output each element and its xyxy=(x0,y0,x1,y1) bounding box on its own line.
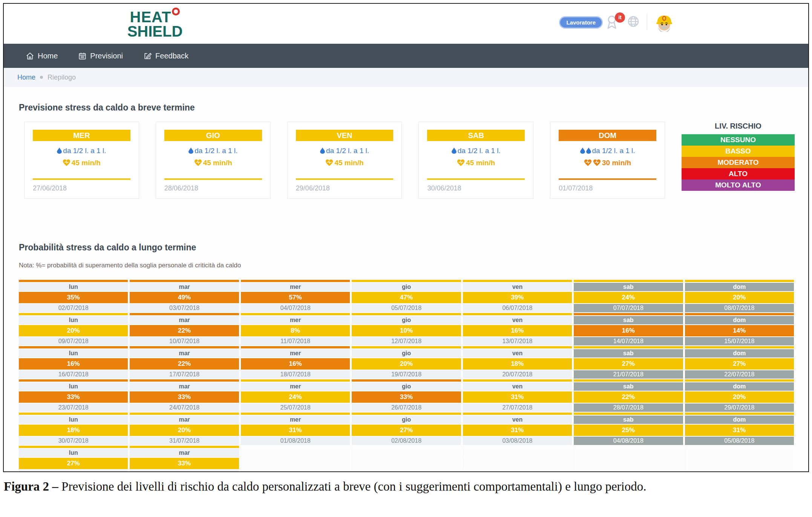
week-block-6: lunmar27%33%06/08/201807/08/2018 xyxy=(19,446,794,472)
week-stripe xyxy=(19,446,128,448)
date-cell: 12/07/2018 xyxy=(352,337,461,345)
risk-level-molto-alto: MOLTO ALTO xyxy=(682,179,795,191)
card-date: 30/06/2018 xyxy=(427,184,525,192)
forecast-cards: MERda 1/2 l. a 1 l.45 min/h27/06/2018GIO… xyxy=(24,122,795,199)
day-name-cell: lun xyxy=(19,316,128,324)
heart-icon xyxy=(457,159,465,166)
date-cell: 10/07/2018 xyxy=(130,337,239,345)
day-name-cell: sab xyxy=(574,283,683,291)
week-stripe xyxy=(574,346,683,348)
role-badge[interactable]: Lavoratore xyxy=(560,17,602,28)
probability-cell: 31% xyxy=(685,425,794,436)
empty-cell xyxy=(352,470,461,472)
day-name-cell: lun xyxy=(19,416,128,424)
droplet-icon xyxy=(57,147,62,154)
week-stripe xyxy=(352,379,461,382)
card-date: 29/06/2018 xyxy=(296,184,394,192)
week-stripe xyxy=(130,379,239,382)
week-stripe xyxy=(352,280,461,282)
heatshield-logo: HEAT SHIELD xyxy=(123,8,187,38)
nav-item-label: Feedback xyxy=(155,52,188,60)
empty-cell xyxy=(241,446,350,448)
probability-cell: 20% xyxy=(130,425,239,436)
probability-cell: 22% xyxy=(130,358,239,370)
date-cell: 17/07/2018 xyxy=(130,370,239,379)
week-stripe xyxy=(19,280,128,282)
day-name-cell: mar xyxy=(130,382,239,391)
user-avatar[interactable] xyxy=(655,13,674,32)
day-name-cell: sab xyxy=(574,316,683,324)
rest-suggestion: 45 min/h xyxy=(33,159,130,167)
empty-cell xyxy=(685,446,794,448)
date-cell: 05/07/2018 xyxy=(352,304,461,312)
week-stripe xyxy=(130,446,239,448)
card-day-header: SAB xyxy=(427,130,525,141)
nav-item-previsioni[interactable]: Previsioni xyxy=(78,52,123,60)
probability-cell: 20% xyxy=(685,292,794,303)
home-icon xyxy=(26,52,34,60)
date-cell: 04/08/2018 xyxy=(574,437,683,445)
week-stripe xyxy=(685,280,794,282)
day-name-cell: gio xyxy=(352,416,461,424)
short-term-title: Previsione stress da caldo a breve termi… xyxy=(19,103,808,113)
rest-suggestion: 45 min/h xyxy=(296,159,394,167)
week-stripe xyxy=(352,313,461,315)
week-stripe xyxy=(130,346,239,348)
date-cell: 09/07/2018 xyxy=(19,337,128,345)
calendar-icon xyxy=(78,52,87,60)
week-stripe xyxy=(463,346,572,348)
breadcrumb-home[interactable]: Home xyxy=(17,74,35,81)
card-date: 01/07/2018 xyxy=(559,184,656,192)
day-name-cell: mar xyxy=(130,416,239,424)
week-stripe xyxy=(685,346,794,348)
figure-caption-text: Previsione dei livelli di rischio da cal… xyxy=(58,480,647,493)
week-stripe xyxy=(19,413,128,415)
card-divider xyxy=(33,178,130,180)
day-name-cell: gio xyxy=(352,382,461,391)
date-cell: 06/08/2018 xyxy=(19,470,128,472)
empty-cell xyxy=(463,458,572,469)
date-cell: 01/08/2018 xyxy=(241,437,350,445)
language-badge[interactable]: it xyxy=(615,12,625,23)
droplet-icon xyxy=(586,147,591,154)
forecast-card-mer: MERda 1/2 l. a 1 l.45 min/h27/06/2018 xyxy=(24,122,139,199)
day-name-cell: mer xyxy=(241,316,350,324)
risk-legend: LIV. RISCHIO NESSUNOBASSOMODERATOALTOMOL… xyxy=(682,122,795,191)
week-stripe xyxy=(685,413,794,415)
globe-icon[interactable] xyxy=(627,15,639,29)
probability-cell: 24% xyxy=(574,292,683,303)
week-stripe xyxy=(241,379,350,382)
probability-cell: 47% xyxy=(352,292,461,303)
day-name-cell: ven xyxy=(463,416,572,424)
day-name-cell: mar xyxy=(130,349,239,357)
degree-icon xyxy=(172,8,180,15)
date-cell: 25/07/2018 xyxy=(241,403,350,412)
medal-icon[interactable]: it xyxy=(605,15,620,30)
empty-cell xyxy=(463,446,572,448)
date-cell: 14/07/2018 xyxy=(574,337,683,345)
week-stripe xyxy=(463,313,572,315)
date-cell: 30/07/2018 xyxy=(19,437,128,445)
week-stripe xyxy=(574,280,683,282)
rest-suggestion: 45 min/h xyxy=(164,159,262,167)
edit-icon xyxy=(143,52,152,60)
week-stripe xyxy=(130,413,239,415)
day-name-cell: sab xyxy=(574,382,683,391)
card-day-header: MER xyxy=(33,130,130,141)
day-name-cell: dom xyxy=(685,349,794,357)
date-cell: 03/08/2018 xyxy=(463,437,572,445)
heart-icon xyxy=(593,159,601,166)
date-cell: 19/07/2018 xyxy=(352,370,461,379)
day-name-cell: sab xyxy=(574,416,683,424)
date-cell: 16/07/2018 xyxy=(19,370,128,379)
nav-item-feedback[interactable]: Feedback xyxy=(143,52,188,60)
rest-suggestion: 45 min/h xyxy=(427,159,525,167)
day-name-cell: ven xyxy=(463,349,572,357)
day-name-cell: gio xyxy=(352,349,461,357)
nav-item-home[interactable]: Home xyxy=(26,52,58,60)
date-cell: 23/07/2018 xyxy=(19,403,128,412)
date-cell: 27/07/2018 xyxy=(463,403,572,412)
date-cell: 31/07/2018 xyxy=(130,437,239,445)
droplet-icon xyxy=(580,147,585,154)
date-cell: 15/07/2018 xyxy=(685,337,794,345)
